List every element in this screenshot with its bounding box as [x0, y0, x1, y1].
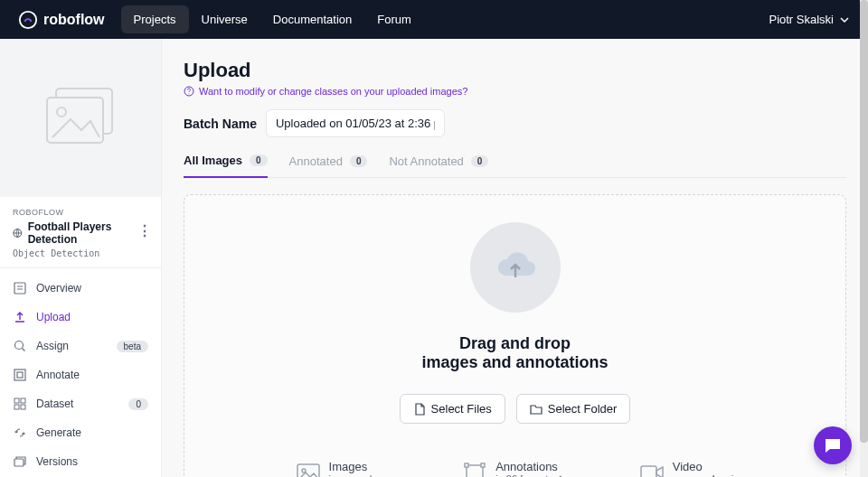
svg-rect-10 — [21, 398, 25, 403]
top-nav-links: Projects Universe Documentation Forum — [121, 5, 424, 33]
image-format-icon — [297, 462, 320, 478]
user-name: Piotr Skalski — [769, 13, 834, 26]
project-name: Football Players Detection — [28, 220, 148, 246]
format-title: Video — [673, 460, 734, 473]
format-title: Images — [329, 460, 390, 473]
main-content: Upload Want to modify or change classes … — [162, 39, 868, 477]
hint-link[interactable]: Want to modify or change classes on your… — [184, 86, 846, 97]
sidebar-item-label: Upload — [36, 311, 71, 323]
svg-rect-9 — [14, 398, 19, 403]
versions-icon — [13, 454, 27, 469]
nav-forum[interactable]: Forum — [364, 5, 424, 33]
select-folder-button[interactable]: Select Folder — [516, 394, 631, 424]
question-circle-icon — [184, 86, 194, 97]
nav-universe[interactable]: Universe — [189, 5, 260, 33]
svg-rect-11 — [14, 405, 19, 409]
format-title: Annotations — [495, 460, 566, 473]
sidebar-item-assign[interactable]: Assign beta — [0, 332, 161, 360]
video-format-icon — [640, 462, 664, 478]
svg-point-16 — [302, 469, 306, 472]
format-annotations[interactable]: Annotations in 26 formats — [463, 460, 566, 477]
brand-text: roboflow — [43, 12, 105, 28]
chat-fab-button[interactable] — [814, 426, 852, 464]
svg-rect-13 — [14, 459, 24, 466]
tab-count: 0 — [350, 155, 368, 167]
batch-name-input[interactable] — [266, 109, 445, 137]
sidebar-item-label: Assign — [36, 340, 69, 352]
tab-not-annotated[interactable]: Not Annotated 0 — [389, 154, 488, 177]
upload-dropzone[interactable]: Drag and drop images and annotations Sel… — [184, 194, 846, 477]
svg-rect-8 — [17, 372, 23, 378]
format-video: Video mov, mp4, avi — [640, 460, 734, 477]
sidebar-item-label: Versions — [36, 455, 78, 468]
tab-label: Not Annotated — [389, 154, 463, 168]
sidebar-nav: Overview Upload Assign beta Annotate Dat… — [0, 268, 161, 477]
tab-count: 0 — [250, 154, 268, 166]
sidebar-item-annotate[interactable]: Annotate — [0, 360, 161, 389]
file-icon — [413, 403, 426, 416]
supported-formats: Images jpg, png, bmp Annotations in 26 f… — [297, 460, 734, 477]
sidebar-item-label: Generate — [36, 426, 81, 439]
sidebar-item-label: Dataset — [36, 398, 73, 410]
svg-rect-22 — [641, 466, 656, 478]
tab-label: Annotated — [289, 154, 343, 168]
svg-rect-18 — [465, 463, 468, 467]
sidebar-item-label: Overview — [36, 282, 81, 295]
svg-rect-5 — [14, 283, 25, 294]
assign-icon — [13, 339, 27, 353]
page-title: Upload — [184, 59, 846, 82]
cloud-upload-icon — [491, 243, 540, 292]
generate-icon — [13, 426, 27, 440]
sidebar-item-versions[interactable]: Versions — [0, 447, 161, 476]
user-menu[interactable]: Piotr Skalski — [769, 13, 850, 26]
format-images: Images jpg, png, bmp — [297, 460, 390, 477]
sidebar-item-dataset[interactable]: Dataset 0 — [0, 389, 161, 418]
dataset-icon — [13, 397, 27, 411]
svg-rect-12 — [21, 405, 25, 409]
batch-name-label: Batch Name — [184, 117, 257, 131]
top-navbar: roboflow Projects Universe Documentation… — [0, 0, 868, 39]
cloud-upload-graphic — [470, 222, 561, 313]
dataset-count-badge: 0 — [128, 398, 148, 410]
upload-tabs: All Images 0 Annotated 0 Not Annotated 0 — [184, 154, 846, 178]
workspace-section: ROBOFLOW Football Players Detection Obje… — [0, 197, 161, 268]
project-more-menu[interactable]: ⋮ — [137, 222, 152, 239]
folder-icon — [530, 403, 542, 416]
format-sub: mov, mp4, avi — [673, 473, 734, 477]
tab-annotated[interactable]: Annotated 0 — [289, 154, 368, 177]
nav-projects[interactable]: Projects — [121, 5, 189, 33]
sidebar: ROBOFLOW Football Players Detection Obje… — [0, 39, 162, 477]
sidebar-item-upload[interactable]: Upload — [0, 303, 161, 332]
tab-all-images[interactable]: All Images 0 — [184, 154, 268, 178]
svg-point-6 — [15, 341, 24, 350]
chevron-down-icon — [839, 14, 850, 25]
overview-icon — [13, 281, 27, 295]
roboflow-logo-icon — [18, 10, 38, 30]
sidebar-item-overview[interactable]: Overview — [0, 274, 161, 303]
workspace-label: ROBOFLOW — [13, 208, 148, 217]
sidebar-item-label: Annotate — [36, 369, 80, 381]
nav-documentation[interactable]: Documentation — [260, 5, 364, 33]
format-sub: jpg, png, bmp — [329, 473, 390, 477]
svg-rect-19 — [481, 463, 485, 467]
select-files-button[interactable]: Select Files — [400, 394, 505, 424]
chat-bubble-icon — [824, 436, 842, 454]
svg-rect-2 — [47, 98, 103, 143]
upload-icon — [13, 310, 27, 324]
sidebar-item-generate[interactable]: Generate — [0, 418, 161, 447]
svg-rect-7 — [14, 369, 25, 380]
annotate-icon — [13, 368, 27, 382]
button-label: Select Folder — [548, 402, 618, 416]
tab-label: All Images — [184, 154, 242, 167]
images-placeholder-icon — [40, 87, 121, 150]
globe-icon — [13, 228, 23, 238]
scrollbar-thumb[interactable] — [860, 0, 868, 443]
page-scrollbar[interactable] — [860, 0, 868, 477]
button-label: Select Files — [431, 402, 492, 416]
format-sub: in 26 formats — [495, 473, 566, 477]
project-type: Object Detection — [13, 248, 148, 258]
project-thumbnail-placeholder — [0, 39, 161, 197]
beta-badge: beta — [117, 341, 148, 352]
dropzone-subtitle: images and annotations — [421, 353, 608, 372]
brand-logo[interactable]: roboflow — [18, 10, 105, 30]
